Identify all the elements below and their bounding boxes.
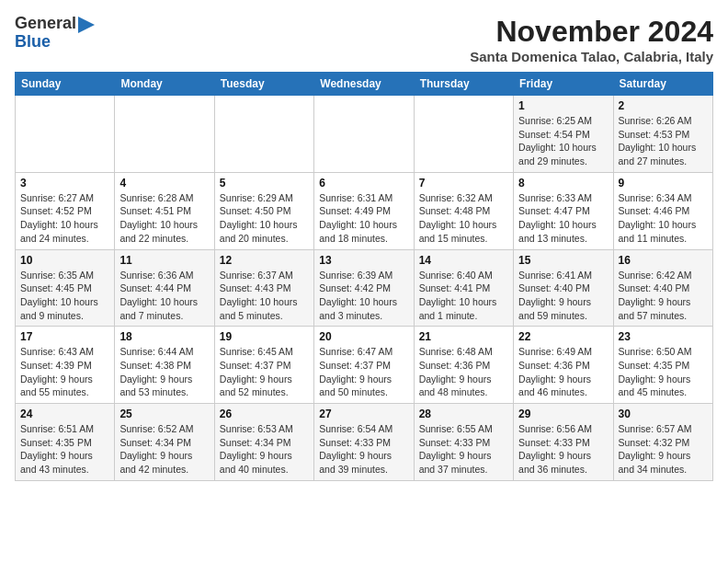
calendar-week-1: 3Sunrise: 6:27 AM Sunset: 4:52 PM Daylig… bbox=[16, 172, 713, 249]
day-info: Sunrise: 6:35 AM Sunset: 4:45 PM Dayligh… bbox=[20, 269, 109, 323]
calendar-cell: 9Sunrise: 6:34 AM Sunset: 4:46 PM Daylig… bbox=[613, 172, 712, 249]
title-area: November 2024 Santa Domenica Talao, Cala… bbox=[470, 15, 713, 64]
calendar-cell: 3Sunrise: 6:27 AM Sunset: 4:52 PM Daylig… bbox=[16, 172, 115, 249]
svg-marker-0 bbox=[78, 17, 95, 33]
calendar-cell: 19Sunrise: 6:45 AM Sunset: 4:37 PM Dayli… bbox=[214, 327, 313, 404]
day-number: 29 bbox=[518, 408, 608, 420]
day-info: Sunrise: 6:42 AM Sunset: 4:40 PM Dayligh… bbox=[619, 269, 708, 323]
day-number: 30 bbox=[619, 408, 708, 420]
calendar-cell: 20Sunrise: 6:47 AM Sunset: 4:37 PM Dayli… bbox=[314, 327, 414, 404]
day-number: 10 bbox=[20, 254, 109, 267]
calendar-cell: 14Sunrise: 6:40 AM Sunset: 4:41 PM Dayli… bbox=[414, 249, 513, 327]
day-number: 8 bbox=[518, 177, 608, 190]
day-info: Sunrise: 6:56 AM Sunset: 4:33 PM Dayligh… bbox=[518, 422, 608, 477]
day-number: 4 bbox=[119, 177, 209, 190]
header-monday: Monday bbox=[115, 73, 214, 96]
calendar-cell: 13Sunrise: 6:39 AM Sunset: 4:42 PM Dayli… bbox=[314, 249, 414, 327]
day-info: Sunrise: 6:41 AM Sunset: 4:40 PM Dayligh… bbox=[518, 269, 608, 323]
calendar-cell: 7Sunrise: 6:32 AM Sunset: 4:48 PM Daylig… bbox=[414, 172, 513, 249]
day-number: 17 bbox=[20, 330, 109, 343]
day-number: 5 bbox=[220, 177, 309, 190]
location-title: Santa Domenica Talao, Calabria, Italy bbox=[470, 49, 713, 64]
calendar-cell: 11Sunrise: 6:36 AM Sunset: 4:44 PM Dayli… bbox=[115, 249, 214, 327]
day-number: 27 bbox=[319, 408, 408, 420]
day-info: Sunrise: 6:40 AM Sunset: 4:41 PM Dayligh… bbox=[419, 269, 508, 323]
day-info: Sunrise: 6:49 AM Sunset: 4:36 PM Dayligh… bbox=[518, 345, 608, 399]
logo-icon bbox=[78, 17, 95, 33]
day-info: Sunrise: 6:54 AM Sunset: 4:33 PM Dayligh… bbox=[319, 422, 408, 477]
calendar-cell: 25Sunrise: 6:52 AM Sunset: 4:34 PM Dayli… bbox=[115, 404, 214, 481]
calendar-cell: 16Sunrise: 6:42 AM Sunset: 4:40 PM Dayli… bbox=[613, 249, 712, 327]
day-info: Sunrise: 6:32 AM Sunset: 4:48 PM Dayligh… bbox=[419, 191, 508, 246]
day-number: 3 bbox=[20, 177, 109, 190]
day-number: 22 bbox=[518, 330, 608, 343]
calendar-week-0: 1Sunrise: 6:25 AM Sunset: 4:54 PM Daylig… bbox=[16, 96, 713, 173]
calendar-table: Sunday Monday Tuesday Wednesday Thursday… bbox=[15, 72, 713, 481]
day-info: Sunrise: 6:45 AM Sunset: 4:37 PM Dayligh… bbox=[220, 345, 309, 399]
day-number: 13 bbox=[319, 254, 408, 267]
day-info: Sunrise: 6:57 AM Sunset: 4:32 PM Dayligh… bbox=[619, 422, 708, 477]
calendar-cell: 24Sunrise: 6:51 AM Sunset: 4:35 PM Dayli… bbox=[16, 404, 115, 481]
day-number: 11 bbox=[119, 254, 209, 267]
day-number: 19 bbox=[220, 330, 309, 343]
day-info: Sunrise: 6:33 AM Sunset: 4:47 PM Dayligh… bbox=[518, 191, 608, 246]
calendar-cell: 8Sunrise: 6:33 AM Sunset: 4:47 PM Daylig… bbox=[514, 172, 613, 249]
logo-blue: Blue bbox=[15, 33, 51, 52]
calendar-cell: 23Sunrise: 6:50 AM Sunset: 4:35 PM Dayli… bbox=[613, 327, 712, 404]
calendar-cell: 2Sunrise: 6:26 AM Sunset: 4:53 PM Daylig… bbox=[613, 96, 712, 173]
calendar-cell: 26Sunrise: 6:53 AM Sunset: 4:34 PM Dayli… bbox=[214, 404, 313, 481]
day-number: 16 bbox=[619, 254, 708, 267]
month-title: November 2024 bbox=[470, 15, 713, 49]
header: General Blue November 2024 Santa Domenic… bbox=[15, 15, 713, 64]
calendar-week-2: 10Sunrise: 6:35 AM Sunset: 4:45 PM Dayli… bbox=[16, 249, 713, 327]
header-tuesday: Tuesday bbox=[214, 73, 313, 96]
day-info: Sunrise: 6:50 AM Sunset: 4:35 PM Dayligh… bbox=[619, 345, 708, 399]
day-number: 1 bbox=[518, 99, 608, 112]
day-number: 15 bbox=[518, 254, 608, 267]
calendar-week-3: 17Sunrise: 6:43 AM Sunset: 4:39 PM Dayli… bbox=[16, 327, 713, 404]
day-number: 26 bbox=[220, 408, 309, 420]
day-number: 20 bbox=[319, 330, 408, 343]
day-info: Sunrise: 6:26 AM Sunset: 4:53 PM Dayligh… bbox=[619, 114, 708, 168]
day-number: 28 bbox=[419, 408, 508, 420]
header-sunday: Sunday bbox=[16, 73, 115, 96]
calendar-cell bbox=[214, 96, 313, 173]
calendar-cell bbox=[115, 96, 214, 173]
calendar-cell: 21Sunrise: 6:48 AM Sunset: 4:36 PM Dayli… bbox=[414, 327, 513, 404]
day-info: Sunrise: 6:31 AM Sunset: 4:49 PM Dayligh… bbox=[319, 191, 408, 246]
logo: General Blue bbox=[15, 15, 95, 52]
calendar-cell: 6Sunrise: 6:31 AM Sunset: 4:49 PM Daylig… bbox=[314, 172, 414, 249]
day-number: 23 bbox=[619, 330, 708, 343]
calendar-cell: 10Sunrise: 6:35 AM Sunset: 4:45 PM Dayli… bbox=[16, 249, 115, 327]
day-info: Sunrise: 6:43 AM Sunset: 4:39 PM Dayligh… bbox=[20, 345, 109, 399]
calendar-cell: 30Sunrise: 6:57 AM Sunset: 4:32 PM Dayli… bbox=[613, 404, 712, 481]
weekday-header-row: Sunday Monday Tuesday Wednesday Thursday… bbox=[16, 73, 713, 96]
day-info: Sunrise: 6:34 AM Sunset: 4:46 PM Dayligh… bbox=[619, 191, 708, 246]
header-friday: Friday bbox=[514, 73, 613, 96]
day-number: 25 bbox=[119, 408, 209, 420]
calendar-cell: 5Sunrise: 6:29 AM Sunset: 4:50 PM Daylig… bbox=[214, 172, 313, 249]
day-info: Sunrise: 6:53 AM Sunset: 4:34 PM Dayligh… bbox=[220, 422, 309, 477]
day-info: Sunrise: 6:29 AM Sunset: 4:50 PM Dayligh… bbox=[220, 191, 309, 246]
day-info: Sunrise: 6:25 AM Sunset: 4:54 PM Dayligh… bbox=[518, 114, 608, 168]
calendar-cell: 4Sunrise: 6:28 AM Sunset: 4:51 PM Daylig… bbox=[115, 172, 214, 249]
calendar-cell: 29Sunrise: 6:56 AM Sunset: 4:33 PM Dayli… bbox=[514, 404, 613, 481]
calendar-cell: 28Sunrise: 6:55 AM Sunset: 4:33 PM Dayli… bbox=[414, 404, 513, 481]
calendar-cell bbox=[314, 96, 414, 173]
day-number: 24 bbox=[20, 408, 109, 420]
day-number: 6 bbox=[319, 177, 408, 190]
day-info: Sunrise: 6:44 AM Sunset: 4:38 PM Dayligh… bbox=[119, 345, 209, 399]
header-saturday: Saturday bbox=[613, 73, 712, 96]
calendar-cell: 12Sunrise: 6:37 AM Sunset: 4:43 PM Dayli… bbox=[214, 249, 313, 327]
day-info: Sunrise: 6:27 AM Sunset: 4:52 PM Dayligh… bbox=[20, 191, 109, 246]
calendar-cell: 27Sunrise: 6:54 AM Sunset: 4:33 PM Dayli… bbox=[314, 404, 414, 481]
calendar-cell: 1Sunrise: 6:25 AM Sunset: 4:54 PM Daylig… bbox=[514, 96, 613, 173]
day-number: 12 bbox=[220, 254, 309, 267]
day-info: Sunrise: 6:48 AM Sunset: 4:36 PM Dayligh… bbox=[419, 345, 508, 399]
day-info: Sunrise: 6:39 AM Sunset: 4:42 PM Dayligh… bbox=[319, 269, 408, 323]
day-number: 21 bbox=[419, 330, 508, 343]
day-info: Sunrise: 6:36 AM Sunset: 4:44 PM Dayligh… bbox=[119, 269, 209, 323]
day-info: Sunrise: 6:51 AM Sunset: 4:35 PM Dayligh… bbox=[20, 422, 109, 477]
day-number: 2 bbox=[619, 99, 708, 112]
day-number: 18 bbox=[119, 330, 209, 343]
